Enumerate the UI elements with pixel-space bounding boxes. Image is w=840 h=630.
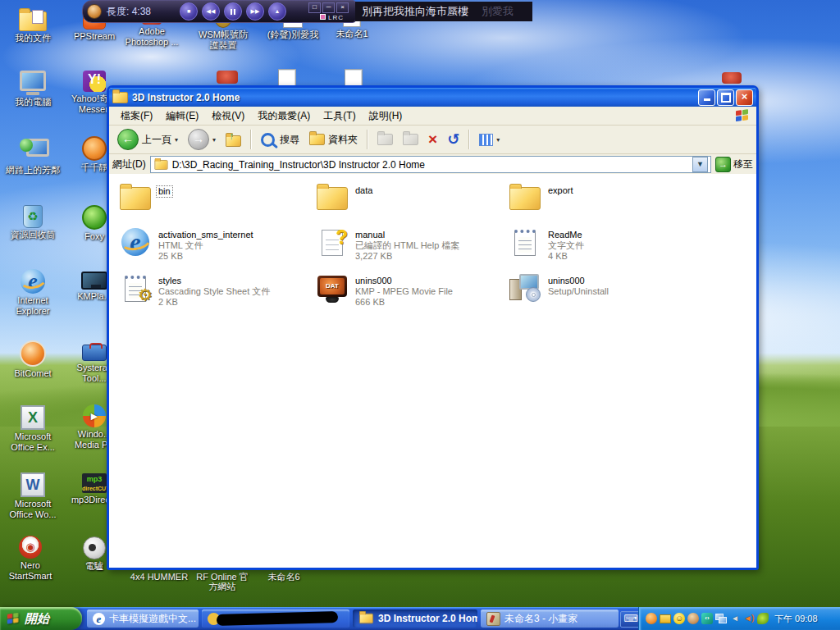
rewind-button[interactable]: ◀◀	[202, 2, 220, 21]
file-type: Cascading Style Sheet 文件	[158, 286, 270, 297]
forward-button[interactable]: → ▾	[185, 127, 219, 152]
file-name: manual	[355, 230, 459, 240]
ttplayer-tray-icon[interactable]	[646, 613, 657, 624]
address-dropdown-icon[interactable]: ▼	[692, 157, 708, 172]
go-arrow-icon: →	[715, 157, 731, 172]
search-button[interactable]: 搜尋	[258, 131, 303, 148]
menu-help[interactable]: 說明(H)	[363, 107, 409, 125]
go-button[interactable]: → 移至	[715, 157, 753, 172]
systerac-tools-icon	[82, 345, 107, 361]
messenger-smiley-tray-icon[interactable]: ☺	[673, 613, 685, 624]
file-name: unins000	[355, 276, 453, 286]
setup-uninstall-icon	[509, 274, 541, 302]
desktop-icon-recycle-bin[interactable]: ♻資源回收筒	[6, 203, 60, 240]
file-size: 25 KB	[158, 251, 253, 262]
maximize-button[interactable]	[717, 89, 734, 106]
file-tile-unins000-exe[interactable]: unins000 Setup/Uninstall	[509, 274, 693, 313]
file-name: activation_sms_internet	[158, 230, 253, 240]
file-size: 3,227 KB	[355, 251, 459, 262]
address-input[interactable]: D:\3D_Racing_Training_Instructor\3D Inst…	[150, 156, 711, 173]
file-tile-bin[interactable]: bin	[119, 184, 304, 223]
undo-button[interactable]: ↺	[444, 129, 463, 150]
pause-button[interactable]	[224, 2, 242, 21]
close-button[interactable]: ×	[736, 89, 753, 106]
taskbar-clock[interactable]: 下午 09:08	[774, 613, 818, 625]
desktop-icon-internet-explorer[interactable]: eInternet Explorer	[6, 269, 60, 317]
eject-button[interactable]: ▲	[268, 2, 286, 21]
mail-tray-icon[interactable]	[660, 614, 671, 623]
lyrics-bar: 別再把我推向海市蜃樓 別愛我	[355, 2, 532, 21]
partial-desktop-icon[interactable]	[722, 72, 742, 84]
lrc-toggle[interactable]: LRC	[320, 14, 344, 21]
volume-orange-tray-icon[interactable]: ◄)	[743, 613, 755, 624]
partial-desktop-icon[interactable]	[278, 69, 296, 87]
foxy-tray-icon[interactable]	[687, 613, 699, 624]
desktop-icon-label-rfonline[interactable]: RF Online 官方網站	[195, 572, 249, 591]
delete-button[interactable]: ×	[425, 129, 441, 150]
file-tile-readme[interactable]: ReadMe 文字文件 4 KB	[509, 228, 693, 267]
desktop-icon-network-places[interactable]: 網路上的芳鄰	[6, 135, 60, 176]
music-player-bar: 長度: 4:38 ■ ◀◀ ▶▶ ▲ □ ─ × LRC	[82, 0, 356, 23]
start-button[interactable]: 開始	[0, 607, 82, 630]
file-tile-activation[interactable]: e activation_sms_internet HTML 文件 25 KB	[119, 228, 304, 267]
views-dropdown-icon[interactable]: ▾	[496, 136, 500, 144]
desktop-icon-label-untitled6[interactable]: 未命名6	[261, 572, 307, 582]
stop-button[interactable]: ■	[180, 2, 198, 21]
window-folder-icon	[112, 92, 128, 103]
player-close-button[interactable]: ×	[336, 2, 349, 13]
address-label: 網址(D)	[112, 158, 146, 171]
copy-to-button[interactable]	[399, 132, 422, 147]
file-type: Setup/Uninstall	[548, 286, 609, 297]
views-button[interactable]: ▾	[476, 132, 503, 148]
folders-button[interactable]: 資料夾	[306, 131, 361, 148]
menu-tools[interactable]: 工具(T)	[317, 107, 362, 125]
partial-desktop-icon[interactable]	[345, 69, 363, 87]
kmplayer-icon	[81, 272, 107, 290]
back-button[interactable]: ← 上一頁 ▾	[114, 127, 181, 152]
title-bar[interactable]: 3D Instructor 2.0 Home ×	[109, 88, 756, 107]
desktop-icon-nero[interactable]: ◉Nero StartSmart	[3, 535, 57, 582]
player-maximize-button[interactable]: □	[308, 2, 321, 13]
taskbar-button-truck-game[interactable]: e 卡車模擬遊戲中文...	[87, 609, 199, 628]
volume-gray-tray-icon[interactable]: ◄	[729, 613, 741, 624]
desktop-icon-bitcomet[interactable]: BitComet	[6, 340, 60, 379]
taskbar: 開始 e 卡車模擬遊戲中文... 3D Instructor 2.0 Home …	[0, 607, 840, 630]
nvidia-tray-icon[interactable]	[757, 613, 769, 624]
back-dropdown-icon[interactable]: ▾	[175, 136, 178, 144]
forward-dropdown-icon[interactable]: ▾	[212, 136, 216, 144]
desktop-icon-word[interactable]: WMicrosoft Office Wo...	[6, 471, 60, 520]
menu-edit[interactable]: 編輯(E)	[159, 107, 205, 125]
yahoo-messenger-icon: Y!	[83, 71, 106, 92]
lyric-next-line: 別愛我	[482, 4, 514, 19]
move-to-button[interactable]	[374, 132, 396, 147]
taskbar-button-paint[interactable]: 未命名3 - 小畫家	[481, 609, 619, 628]
partial-desktop-icon[interactable]	[217, 71, 238, 84]
document-icon	[345, 69, 363, 87]
kmplayer-tray-icon[interactable]: ‹›	[701, 613, 713, 624]
desktop-icon-label-4x4hummer[interactable]: 4x4 HUMMER	[128, 572, 190, 582]
toolbar: ← 上一頁 ▾ → ▾ ↑ 搜尋 資料夾 × ↺ ▾	[109, 126, 756, 154]
file-tile-unins000-dat[interactable]: DAT unins000 KMP - MPEG Movie File 666 K…	[316, 274, 500, 313]
player-minimize-button[interactable]: ─	[322, 2, 335, 13]
menu-favorites[interactable]: 我的最愛(A)	[251, 107, 317, 125]
menu-view[interactable]: 檢視(V)	[205, 107, 251, 125]
text-file-icon	[514, 230, 536, 256]
system-tray: ☺ ‹› ◄ ◄) 下午 09:08	[638, 607, 840, 630]
menu-file[interactable]: 檔案(F)	[114, 107, 159, 125]
file-tile-export[interactable]: export	[509, 184, 693, 223]
desktop-icon-my-computer[interactable]: 我的電腦	[6, 69, 60, 107]
file-tile-styles[interactable]: styles Cascading Style Sheet 文件 2 KB	[119, 274, 304, 313]
minimize-button[interactable]	[698, 89, 715, 106]
desktop-icon-my-documents[interactable]: 我的文件	[6, 5, 60, 43]
network-tray-icon[interactable]	[715, 613, 727, 624]
taskbar-button-censored[interactable]	[202, 609, 349, 628]
emule-icon	[83, 536, 106, 559]
file-tile-data[interactable]: data	[316, 184, 500, 223]
file-tile-manual[interactable]: manual 已編譯的 HTML Help 檔案 3,227 KB	[316, 228, 500, 267]
folder-icon	[120, 187, 151, 210]
up-button[interactable]: ↑	[222, 130, 244, 148]
forward-button[interactable]: ▶▶	[246, 2, 264, 21]
taskbar-button-3d-instructor[interactable]: 3D Instructor 2.0 Home	[353, 609, 477, 628]
window-title: 3D Instructor 2.0 Home	[132, 92, 696, 103]
desktop-icon-excel[interactable]: XMicrosoft Office Ex...	[6, 404, 60, 453]
